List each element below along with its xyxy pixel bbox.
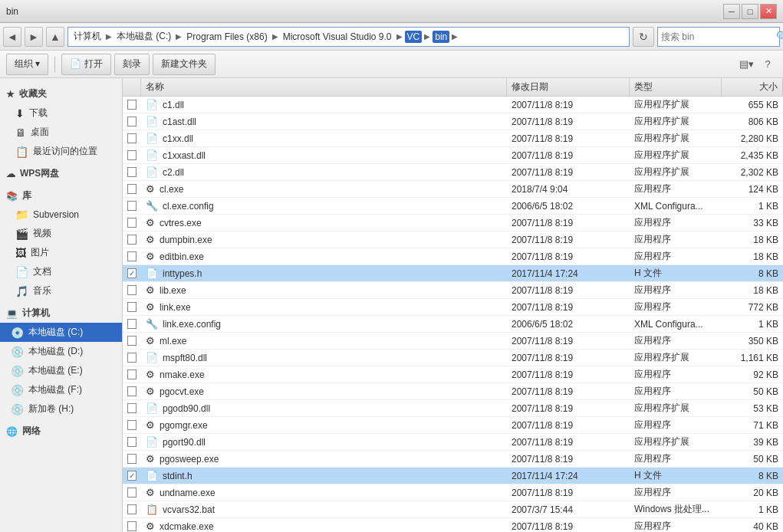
checkbox[interactable] <box>127 285 137 295</box>
file-check[interactable] <box>123 97 141 113</box>
new-folder-button[interactable]: 新建文件夹 <box>153 54 215 75</box>
file-check[interactable] <box>123 316 141 332</box>
file-check[interactable] <box>123 282 141 298</box>
help-button[interactable]: ? <box>758 55 777 74</box>
sidebar-item-desktop[interactable]: 🖥 桌面 <box>0 123 122 142</box>
table-row[interactable]: ⚙ editbin.exe 2007/11/8 8:19 应用程序 18 KB <box>123 248 783 265</box>
path-segment-vs[interactable]: Microsoft Visual Studio 9.0 <box>281 31 394 43</box>
burn-button[interactable]: 刻录 <box>114 54 150 75</box>
path-segment-vc[interactable]: VC <box>405 31 423 43</box>
sidebar-item-drive-f[interactable]: 💿 本地磁盘 (F:) <box>0 380 122 399</box>
sidebar-header-library[interactable]: 📚 库 <box>0 186 122 205</box>
table-row[interactable]: 📄 c2.dll 2007/11/8 8:19 应用程序扩展 2,302 KB <box>123 164 783 181</box>
path-segment-programfiles[interactable]: Program Files (x86) <box>184 31 269 43</box>
file-check[interactable] <box>123 417 141 433</box>
file-check[interactable] <box>123 350 141 366</box>
path-segment-c[interactable]: 本地磁盘 (C:) <box>114 29 173 44</box>
refresh-button[interactable]: ↻ <box>633 27 654 47</box>
checkbox[interactable] <box>127 403 137 413</box>
table-row[interactable]: ⚙ ml.exe 2007/11/8 8:19 应用程序 350 KB <box>123 333 783 350</box>
checkbox[interactable] <box>127 150 137 160</box>
file-check[interactable] <box>123 451 141 467</box>
table-row[interactable]: 📄 c1.dll 2007/11/8 8:19 应用程序扩展 655 KB <box>123 97 783 113</box>
table-row[interactable]: ⚙ cvtres.exe 2007/11/8 8:19 应用程序 33 KB <box>123 215 783 232</box>
col-header-name[interactable]: 名称 <box>141 78 507 96</box>
organize-button[interactable]: 组织 ▾ <box>6 54 48 75</box>
sidebar-item-pictures[interactable]: 🖼 图片 <box>0 243 122 262</box>
file-check[interactable] <box>123 181 141 197</box>
sidebar-item-subversion[interactable]: 📁 Subversion <box>0 205 122 224</box>
table-row[interactable]: ⚙ undname.exe 2007/11/8 8:19 应用程序 20 KB <box>123 484 783 501</box>
close-button[interactable]: ✕ <box>760 4 777 19</box>
col-header-date[interactable]: 修改日期 <box>507 78 630 96</box>
checkbox[interactable] <box>127 454 137 464</box>
sidebar-item-recent[interactable]: 📋 最近访问的位置 <box>0 142 122 161</box>
sidebar-item-video[interactable]: 🎬 视频 <box>0 224 122 243</box>
file-check[interactable] <box>123 484 141 501</box>
table-row[interactable]: ⚙ lib.exe 2007/11/8 8:19 应用程序 18 KB <box>123 282 783 299</box>
file-check[interactable] <box>123 248 141 264</box>
file-check[interactable] <box>123 232 141 248</box>
minimize-button[interactable]: ─ <box>723 4 740 19</box>
col-header-type[interactable]: 类型 <box>630 78 722 96</box>
path-segment-computer[interactable]: 计算机 <box>71 29 104 44</box>
sidebar-item-drive-e[interactable]: 💿 本地磁盘 (E:) <box>0 361 122 380</box>
table-row[interactable]: ⚙ pgosweep.exe 2007/11/8 8:19 应用程序 50 KB <box>123 451 783 468</box>
checkbox[interactable] <box>127 353 137 363</box>
table-row[interactable]: ⚙ pgocvt.exe 2007/11/8 8:19 应用程序 50 KB <box>123 383 783 400</box>
file-check[interactable] <box>123 366 141 383</box>
table-row[interactable]: ✓ 📄 stdint.h 2017/11/4 17:24 H 文件 8 KB <box>123 468 783 484</box>
checkbox[interactable] <box>127 302 137 312</box>
maximize-button[interactable]: □ <box>742 4 758 19</box>
table-row[interactable]: 📄 c1xx.dll 2007/11/8 8:19 应用程序扩展 2,280 K… <box>123 130 783 147</box>
table-row[interactable]: 📋 vcvars32.bat 2007/3/7 15:44 Windows 批处… <box>123 501 783 518</box>
file-check[interactable] <box>123 113 141 130</box>
up-button[interactable]: ▲ <box>46 27 64 47</box>
sidebar-header-favorites[interactable]: ★ 收藏夹 <box>0 84 122 103</box>
table-row[interactable]: 📄 mspft80.dll 2007/11/8 8:19 应用程序扩展 1,16… <box>123 350 783 366</box>
file-check[interactable] <box>123 383 141 399</box>
sidebar-item-documents[interactable]: 📄 文档 <box>0 262 122 281</box>
sidebar-item-drive-h[interactable]: 💿 新加卷 (H:) <box>0 399 122 419</box>
table-row[interactable]: 🔧 cl.exe.config 2006/6/5 18:02 XML Confi… <box>123 198 783 215</box>
table-row[interactable]: ⚙ xdcmake.exe 2007/11/8 8:19 应用程序 40 KB <box>123 518 783 532</box>
checkbox[interactable]: ✓ <box>127 268 137 278</box>
table-row[interactable]: ✓ 📄 inttypes.h 2017/11/4 17:24 H 文件 8 KB <box>123 265 783 282</box>
checkbox[interactable] <box>127 235 137 245</box>
sidebar-item-music[interactable]: 🎵 音乐 <box>0 281 122 300</box>
checkbox[interactable]: ✓ <box>127 471 137 481</box>
table-row[interactable]: 📄 c1ast.dll 2007/11/8 8:19 应用程序扩展 806 KB <box>123 113 783 130</box>
file-check[interactable] <box>123 130 141 146</box>
open-button[interactable]: 📄 打开 <box>61 54 110 75</box>
checkbox[interactable] <box>127 117 137 126</box>
checkbox[interactable] <box>127 420 137 430</box>
file-check[interactable] <box>123 434 141 450</box>
checkbox[interactable] <box>127 100 137 110</box>
sidebar-item-drive-d[interactable]: 💿 本地磁盘 (D:) <box>0 342 122 361</box>
back-button[interactable]: ◄ <box>3 27 21 47</box>
file-check[interactable] <box>123 147 141 163</box>
checkbox[interactable] <box>127 504 137 514</box>
path-segment-bin[interactable]: bin <box>433 31 449 43</box>
search-input[interactable] <box>661 31 776 42</box>
file-check[interactable] <box>123 215 141 231</box>
sidebar-header-network[interactable]: 🌐 网络 <box>0 422 122 441</box>
forward-button[interactable]: ► <box>25 27 43 47</box>
file-check[interactable]: ✓ <box>123 265 141 281</box>
file-check[interactable] <box>123 400 141 416</box>
file-check[interactable] <box>123 518 141 532</box>
sidebar-item-drive-c[interactable]: 💿 本地磁盘 (C:) <box>0 323 122 342</box>
table-row[interactable]: ⚙ dumpbin.exe 2007/11/8 8:19 应用程序 18 KB <box>123 232 783 248</box>
sidebar-item-downloads[interactable]: ⬇ 下载 <box>0 103 122 123</box>
checkbox[interactable] <box>127 369 137 379</box>
file-check[interactable] <box>123 333 141 349</box>
table-row[interactable]: 🔧 link.exe.config 2006/6/5 18:02 XML Con… <box>123 316 783 333</box>
checkbox[interactable] <box>127 184 137 194</box>
checkbox[interactable] <box>127 218 137 228</box>
col-header-check[interactable] <box>123 78 141 96</box>
checkbox[interactable] <box>127 386 137 396</box>
table-row[interactable]: 📄 pgort90.dll 2007/11/8 8:19 应用程序扩展 39 K… <box>123 434 783 451</box>
table-row[interactable]: 📄 pgodb90.dll 2007/11/8 8:19 应用程序扩展 53 K… <box>123 400 783 417</box>
checkbox[interactable] <box>127 521 137 531</box>
checkbox[interactable] <box>127 488 137 498</box>
